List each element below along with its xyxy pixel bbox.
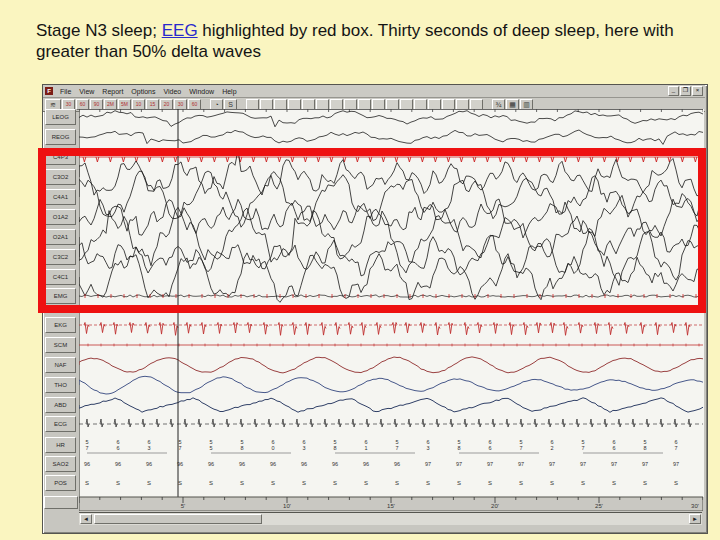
svg-text:8: 8 <box>457 445 460 451</box>
menu-items: FileViewReportOptionsVideoWindowHelp <box>56 88 241 95</box>
svg-text:96: 96 <box>363 461 369 467</box>
menu-bar: F FileViewReportOptionsVideoWindowHelp _… <box>43 85 705 98</box>
restore-button[interactable]: ❐ <box>680 86 691 96</box>
svg-text:S: S <box>395 480 399 486</box>
svg-text:S: S <box>364 480 368 486</box>
svg-text:7: 7 <box>178 445 181 451</box>
menu-item-view[interactable]: View <box>75 88 98 95</box>
svg-text:S: S <box>302 480 306 486</box>
svg-text:96: 96 <box>394 461 400 467</box>
svg-text:S: S <box>178 480 182 486</box>
svg-text:97: 97 <box>580 461 586 467</box>
window-controls: _❐× <box>668 86 703 96</box>
menu-item-file[interactable]: File <box>56 88 75 95</box>
menu-item-report[interactable]: Report <box>98 88 127 95</box>
channel-label-sao2[interactable]: SAO2 <box>45 456 76 472</box>
channel-label-c4c1[interactable]: C4C1 <box>45 269 76 285</box>
channel-label-naf[interactable]: NAF <box>45 357 76 373</box>
svg-text:6: 6 <box>488 445 491 451</box>
svg-text:97: 97 <box>425 461 431 467</box>
horizontal-scrollbar[interactable]: ◄ ► <box>79 512 702 525</box>
menu-item-options[interactable]: Options <box>127 88 159 95</box>
channel-label-c3c2[interactable]: C3C2 <box>45 249 76 265</box>
svg-text:S: S <box>147 480 151 486</box>
svg-text:2: 2 <box>550 445 553 451</box>
channel-label-c4a1[interactable]: C4A1 <box>45 189 76 205</box>
channel-label-tho[interactable]: THO <box>45 377 76 393</box>
svg-text:S: S <box>488 480 492 486</box>
svg-text:15': 15' <box>387 503 395 509</box>
svg-text:7: 7 <box>85 445 88 451</box>
svg-text:97: 97 <box>487 461 493 467</box>
menu-item-help[interactable]: Help <box>218 88 240 95</box>
channel-label-c4p3[interactable]: C4P3 <box>45 149 76 165</box>
svg-text:8: 8 <box>643 445 646 451</box>
svg-text:10': 10' <box>283 503 291 509</box>
close-button[interactable]: × <box>692 86 703 96</box>
bottom-left-corner-block <box>44 496 78 509</box>
svg-text:5: 5 <box>209 445 212 451</box>
menu-item-video[interactable]: Video <box>159 88 185 95</box>
channel-label-ekg[interactable]: EKG <box>45 317 76 333</box>
svg-text:S: S <box>612 480 616 486</box>
svg-text:7: 7 <box>581 445 584 451</box>
scroll-left-arrow[interactable]: ◄ <box>80 514 92 524</box>
channel-label-o1a2[interactable]: O1A2 <box>45 209 76 225</box>
svg-text:5': 5' <box>181 503 185 509</box>
svg-text:S: S <box>457 480 461 486</box>
channel-label-emg[interactable]: EMG <box>45 288 76 304</box>
svg-text:3: 3 <box>426 445 429 451</box>
svg-text:S: S <box>116 480 120 486</box>
minimize-button[interactable]: _ <box>668 86 679 96</box>
app-icon: F <box>45 87 53 95</box>
svg-text:S: S <box>85 480 89 486</box>
caption-text-before: Stage N3 sleep; <box>36 21 162 40</box>
svg-text:S: S <box>643 480 647 486</box>
svg-text:96: 96 <box>301 461 307 467</box>
svg-text:96: 96 <box>208 461 214 467</box>
channel-label-pos[interactable]: POS <box>45 475 76 491</box>
svg-text:S: S <box>333 480 337 486</box>
svg-text:97: 97 <box>642 461 648 467</box>
channel-label-hr[interactable]: HR <box>45 437 76 453</box>
svg-text:3: 3 <box>302 445 305 451</box>
svg-text:8: 8 <box>333 445 336 451</box>
svg-text:97: 97 <box>549 461 555 467</box>
slide-caption: Stage N3 sleep; EEG highlighted by red b… <box>36 20 688 62</box>
svg-text:30': 30' <box>691 503 699 509</box>
channel-label-abd[interactable]: ABD <box>45 397 76 413</box>
channel-label-ecg[interactable]: ECG <box>45 416 76 432</box>
svg-text:96: 96 <box>270 461 276 467</box>
svg-text:8: 8 <box>240 445 243 451</box>
svg-text:97: 97 <box>673 461 679 467</box>
svg-text:7: 7 <box>519 445 522 451</box>
svg-text:6: 6 <box>612 445 615 451</box>
svg-text:97: 97 <box>611 461 617 467</box>
svg-text:96: 96 <box>84 461 90 467</box>
svg-text:96: 96 <box>115 461 121 467</box>
svg-text:7: 7 <box>674 445 677 451</box>
svg-text:S: S <box>674 480 678 486</box>
slide: Stage N3 sleep; EEG highlighted by red b… <box>0 0 720 540</box>
svg-text:S: S <box>519 480 523 486</box>
scrollbar-thumb[interactable] <box>94 514 262 524</box>
signal-traces: 5766635755586063586157635866576257665867… <box>79 109 703 511</box>
eeg-link[interactable]: EEG <box>162 21 198 40</box>
channel-label-reog[interactable]: REOG <box>45 129 76 145</box>
svg-text:20': 20' <box>491 503 499 509</box>
scroll-right-arrow[interactable]: ► <box>689 514 701 524</box>
svg-text:1: 1 <box>364 445 367 451</box>
svg-text:6: 6 <box>116 445 119 451</box>
channel-label-o2a1[interactable]: O2A1 <box>45 229 76 245</box>
channel-label-leog[interactable]: LEOG <box>45 109 76 125</box>
svg-text:97: 97 <box>518 461 524 467</box>
svg-text:25': 25' <box>595 503 603 509</box>
svg-text:S: S <box>581 480 585 486</box>
channel-label-scm[interactable]: SCM <box>45 337 76 353</box>
svg-text:96: 96 <box>146 461 152 467</box>
menu-item-window[interactable]: Window <box>185 88 218 95</box>
svg-text:S: S <box>209 480 213 486</box>
svg-text:S: S <box>550 480 554 486</box>
svg-text:97: 97 <box>456 461 462 467</box>
channel-label-c3o2[interactable]: C3O2 <box>45 169 76 185</box>
